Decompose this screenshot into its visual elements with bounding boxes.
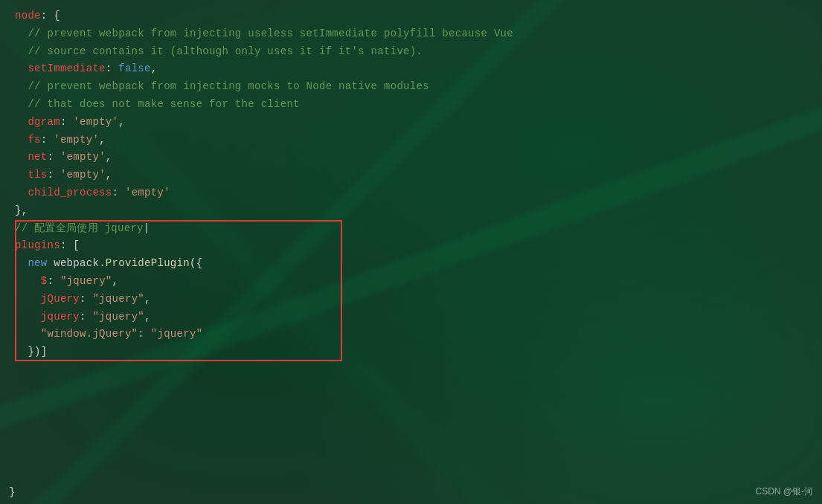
code-token: 'empty' [54,132,99,149]
code-token: , [144,291,151,308]
code-line: setImmediate: false, [15,60,807,78]
code-token: new [28,255,47,273]
code-line: // that does not make sense for the clie… [15,96,807,114]
code-line: dgram: 'empty', [15,114,807,132]
code-token: fs [15,132,41,149]
code-line: plugins: [ [15,237,807,255]
code-token: : [48,149,60,167]
code-token: 'empty' [60,149,106,167]
code-line: child_process: 'empty' [15,184,807,202]
code-token: , [151,60,158,78]
code-token: 'empty' [73,114,118,132]
code-token: }, [15,202,28,220]
code-token: jQuery [15,291,80,308]
code-token: : [80,308,92,326]
code-token: : [80,291,92,308]
code-line: "window.jQuery": "jquery" [15,326,807,343]
code-line: // source contains it (although only use… [15,43,807,61]
code-token: false [118,60,151,78]
code-token: tls [15,167,48,184]
code-token [15,255,28,273]
code-token: setImmediate [15,60,106,78]
code-token: // source contains it (although only use… [15,43,423,61]
code-token: : [106,60,118,78]
code-line: // 配置全局使用 jquery| [15,220,807,238]
code-token: | [144,220,150,238]
code-token: : [48,273,60,291]
code-line: new webpack.ProvidePlugin({ [15,255,807,273]
code-line: node: { [15,7,807,25]
code-token: : [60,114,73,132]
code-token: ProvidePlugin [106,255,190,273]
code-line: fs: 'empty', [15,132,807,149]
code-token: "jquery" [151,326,203,343]
code-token: net [15,149,48,167]
code-overlay: node: { // prevent webpack from injectin… [0,0,822,504]
code-token: "jquery" [60,273,112,291]
code-token: : [48,167,60,184]
code-token: node [15,7,41,25]
code-token: jquery [15,308,80,326]
code-token: : { [41,7,60,25]
code-token: "window.jQuery" [15,326,138,343]
code-token: , [99,132,106,149]
code-line: net: 'empty', [15,149,807,167]
code-token: , [112,273,119,291]
code-line: // prevent webpack from injecting mocks … [15,78,807,96]
code-token: : [ [60,237,80,255]
code-token: // prevent webpack from injecting useles… [15,25,513,43]
code-token: : [112,184,125,202]
code-token: "jquery" [92,291,144,308]
code-block: node: { // prevent webpack from injectin… [15,7,807,361]
code-token: $ [15,273,48,291]
code-line: // prevent webpack from injecting useles… [15,25,807,43]
code-token: "jquery" [92,308,144,326]
code-line: jquery: "jquery", [15,308,807,326]
code-line: }, [15,202,807,220]
code-token: })] [15,343,48,361]
code-token: , [144,308,151,326]
code-token: : [138,326,150,343]
code-token: , [118,114,125,132]
code-token: // prevent webpack from injecting mocks … [15,78,429,96]
code-token: plugins [15,237,60,255]
code-token: , [106,149,112,167]
code-line: tls: 'empty', [15,167,807,184]
code-token: dgram [15,114,60,132]
code-token: ({ [190,255,202,273]
code-token: 'empty' [60,167,106,184]
code-token: webpack. [48,255,106,273]
code-token: , [106,167,112,184]
code-token: 'empty' [125,184,170,202]
bottom-brace: } [9,486,15,498]
code-token: : [41,132,54,149]
code-line: })] [15,343,807,361]
code-token: // 配置全局使用 jquery [15,220,144,238]
code-line: jQuery: "jquery", [15,291,807,308]
code-token: child_process [15,184,112,202]
code-token: // that does not make sense for the clie… [15,96,300,114]
watermark: CSDN @银-河 [755,485,813,498]
code-line: $: "jquery", [15,273,807,291]
